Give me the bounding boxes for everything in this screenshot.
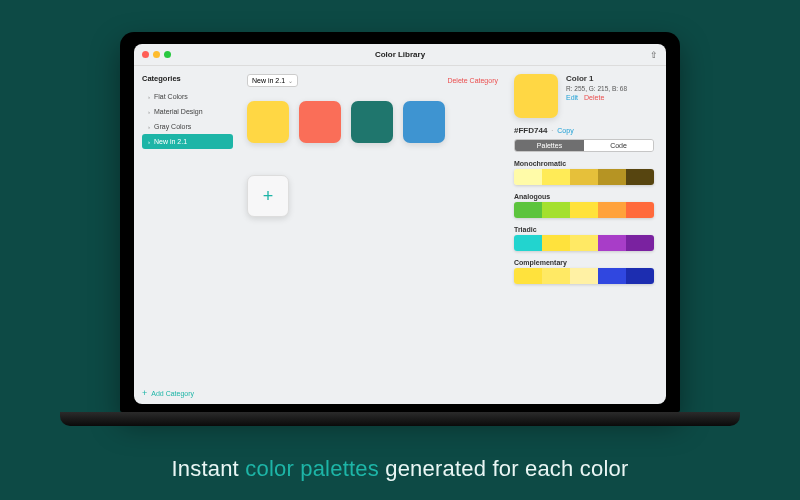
edit-button[interactable]: Edit	[566, 94, 578, 101]
sidebar-item[interactable]: ›Gray Colors	[142, 119, 233, 134]
laptop-frame: Color Library ⇧ Categories ›Flat Colors›…	[120, 32, 680, 412]
main-header: New in 2.1 ⌄ Delete Category	[247, 74, 498, 87]
tab-palettes[interactable]: Palettes	[515, 140, 584, 151]
marketing-caption: Instant color palettes generated for eac…	[0, 440, 800, 500]
palette-color[interactable]	[570, 169, 598, 185]
palette-label: Monochromatic	[514, 160, 656, 167]
palette-color[interactable]	[514, 235, 542, 251]
palette-group: Complementary	[514, 259, 656, 284]
palette-label: Analogous	[514, 193, 656, 200]
palette-group: Triadic	[514, 226, 656, 251]
dropdown-label: New in 2.1	[252, 77, 285, 84]
palette-color[interactable]	[542, 268, 570, 284]
sidebar-item-label: Gray Colors	[154, 123, 191, 130]
color-swatch[interactable]	[351, 101, 393, 143]
color-name: Color 1	[566, 74, 627, 83]
delete-category-button[interactable]: Delete Category	[447, 77, 498, 84]
sidebar-item-label: New in 2.1	[154, 138, 187, 145]
chevron-right-icon: ›	[148, 139, 150, 145]
segmented-control[interactable]: Palettes Code	[514, 139, 654, 152]
palette-label: Triadic	[514, 226, 656, 233]
sidebar-item-label: Material Design	[154, 108, 203, 115]
palette-color[interactable]	[626, 202, 654, 218]
sidebar-item[interactable]: ›Material Design	[142, 104, 233, 119]
color-hex: #FFD744	[514, 126, 547, 135]
palette-group: Monochromatic	[514, 160, 656, 185]
category-dropdown[interactable]: New in 2.1 ⌄	[247, 74, 298, 87]
app-window: Color Library ⇧ Categories ›Flat Colors›…	[134, 44, 666, 404]
palette-strip[interactable]	[514, 268, 654, 284]
sidebar-item-label: Flat Colors	[154, 93, 188, 100]
sidebar-heading: Categories	[142, 74, 233, 83]
palette-color[interactable]	[626, 235, 654, 251]
main-panel: New in 2.1 ⌄ Delete Category +	[239, 66, 506, 404]
chevron-right-icon: ›	[148, 124, 150, 130]
chevron-down-icon: ⌄	[288, 77, 293, 84]
add-category-label: Add Category	[151, 390, 194, 397]
detail-panel: Color 1 R: 255, G: 215, B: 68 Edit Delet…	[506, 66, 666, 404]
palette-color[interactable]	[514, 202, 542, 218]
palette-color[interactable]	[598, 169, 626, 185]
tab-code[interactable]: Code	[584, 140, 653, 151]
palette-color[interactable]	[598, 268, 626, 284]
copy-button[interactable]: Copy	[557, 127, 573, 134]
palette-strip[interactable]	[514, 202, 654, 218]
titlebar: Color Library ⇧	[134, 44, 666, 66]
swatch-row	[247, 101, 498, 143]
palette-color[interactable]	[514, 268, 542, 284]
add-category-button[interactable]: + Add Category	[142, 388, 233, 398]
palette-color[interactable]	[542, 235, 570, 251]
palette-strip[interactable]	[514, 235, 654, 251]
add-color-button[interactable]: +	[247, 175, 289, 217]
palette-color[interactable]	[514, 169, 542, 185]
palette-color[interactable]	[570, 268, 598, 284]
palette-color[interactable]	[626, 169, 654, 185]
window-title: Color Library	[134, 50, 666, 59]
color-swatch[interactable]	[403, 101, 445, 143]
sidebar-item[interactable]: ›New in 2.1	[142, 134, 233, 149]
color-rgb: R: 255, G: 215, B: 68	[566, 85, 627, 92]
palette-color[interactable]	[570, 202, 598, 218]
palette-strip[interactable]	[514, 169, 654, 185]
delete-color-button[interactable]: Delete	[584, 94, 604, 101]
chevron-right-icon: ›	[148, 94, 150, 100]
palette-group: Analogous	[514, 193, 656, 218]
sidebar: Categories ›Flat Colors›Material Design›…	[134, 66, 239, 404]
palette-color[interactable]	[598, 202, 626, 218]
chevron-right-icon: ›	[148, 109, 150, 115]
palette-color[interactable]	[570, 235, 598, 251]
sidebar-item[interactable]: ›Flat Colors	[142, 89, 233, 104]
palette-color[interactable]	[626, 268, 654, 284]
plus-icon: +	[142, 388, 147, 398]
selected-color-swatch	[514, 74, 558, 118]
palette-color[interactable]	[542, 169, 570, 185]
palette-color[interactable]	[542, 202, 570, 218]
content-columns: Categories ›Flat Colors›Material Design›…	[134, 66, 666, 404]
palette-label: Complementary	[514, 259, 656, 266]
color-swatch[interactable]	[299, 101, 341, 143]
color-swatch[interactable]	[247, 101, 289, 143]
palette-color[interactable]	[598, 235, 626, 251]
